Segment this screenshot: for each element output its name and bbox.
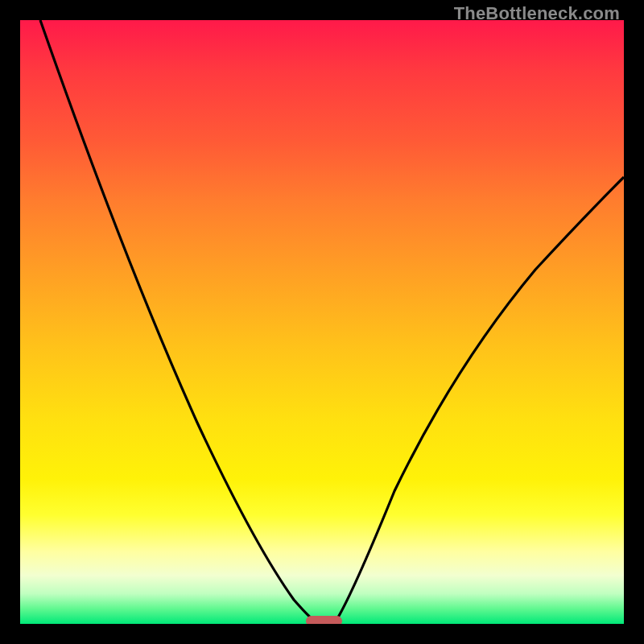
right-curve <box>334 177 624 624</box>
left-curve <box>40 20 318 624</box>
watermark-text: TheBottleneck.com <box>454 3 620 24</box>
optimal-marker <box>306 616 342 624</box>
bottleneck-curves <box>20 20 624 624</box>
plot-area <box>20 20 624 624</box>
chart-frame: TheBottleneck.com <box>0 0 644 644</box>
